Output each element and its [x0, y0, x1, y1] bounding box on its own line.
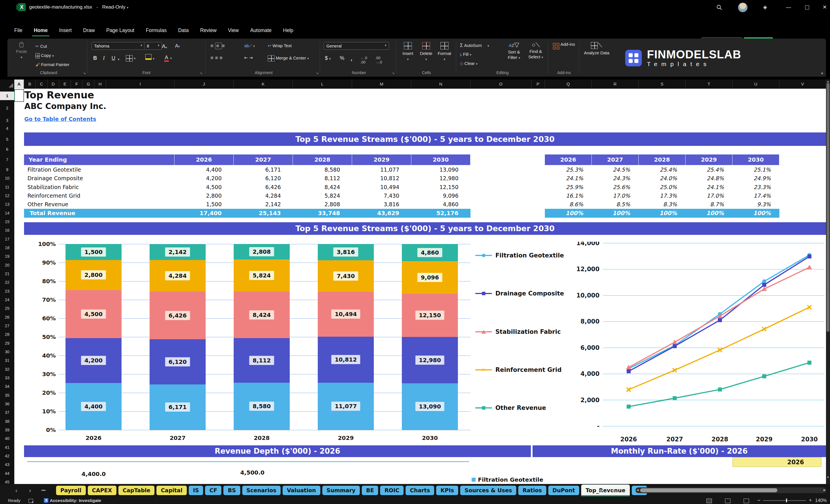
- wrap-text-button[interactable]: ↩ Wrap Text: [268, 43, 292, 48]
- clipboard-dialog-launcher[interactable]: ↘: [83, 71, 86, 75]
- sheet-tab-sources-uses[interactable]: Sources & Uses: [460, 486, 516, 495]
- horizontal-align-buttons[interactable]: ≡≡≡: [211, 55, 224, 61]
- row-header-18[interactable]: 18: [0, 244, 14, 252]
- borders-button[interactable]: ▾: [126, 55, 135, 62]
- italic-button[interactable]: I: [103, 55, 105, 61]
- autosum-button[interactable]: Σ AutoSum ▾: [460, 43, 489, 48]
- column-header-I[interactable]: I: [106, 80, 174, 89]
- increase-decimal-button[interactable]: ←.0.00: [360, 56, 367, 64]
- underline-menu[interactable]: ▾: [118, 56, 120, 61]
- vertical-scrollbar[interactable]: ▲ ▼: [826, 80, 830, 484]
- sheet-tab-dupont[interactable]: DuPont: [548, 486, 579, 495]
- row-header-1[interactable]: 1: [0, 92, 14, 100]
- column-header-L[interactable]: L: [293, 80, 352, 89]
- ribbon-tab-data[interactable]: Data: [172, 25, 194, 37]
- ribbon-tab-draw[interactable]: Draw: [77, 25, 101, 37]
- row-header-37[interactable]: 37: [0, 408, 14, 417]
- grow-font-button[interactable]: A▴: [162, 43, 167, 50]
- column-header-E[interactable]: E: [59, 80, 71, 89]
- ribbon-tab-formulas[interactable]: Formulas: [140, 25, 172, 37]
- row-headers[interactable]: 1234567910111213141516171819202122232425…: [0, 89, 14, 484]
- year-highlight-cell[interactable]: 2026: [732, 457, 822, 467]
- row-header-14[interactable]: 14: [0, 209, 14, 217]
- row-header-41[interactable]: 41: [0, 443, 14, 452]
- macro-record-icon[interactable]: ●: [29, 497, 35, 504]
- sheet-tab-summary[interactable]: Summary: [322, 486, 360, 495]
- row-header-13[interactable]: 13: [0, 200, 14, 209]
- ribbon-tab-help[interactable]: Help: [278, 25, 299, 37]
- row-header-9[interactable]: 9: [0, 165, 14, 174]
- accessibility-status[interactable]: ♿ Accessibility: Investigate: [43, 497, 101, 504]
- sheet-tab-is[interactable]: IS: [189, 486, 203, 495]
- row-header-11[interactable]: 11: [0, 183, 14, 191]
- column-header-J[interactable]: J: [174, 80, 234, 89]
- zoom-in-button[interactable]: +: [809, 497, 812, 504]
- find-select-button[interactable]: ○⟍Find & Select ▾: [526, 41, 546, 60]
- row-header-3[interactable]: 3: [0, 116, 14, 125]
- delete-cells-button[interactable]: Delete▾: [418, 41, 435, 62]
- column-header-M[interactable]: M: [352, 80, 411, 89]
- fill-button[interactable]: ⤓ Fill ▾: [460, 52, 471, 57]
- sheet-tab-capital[interactable]: Capital: [156, 486, 187, 495]
- row-header-10[interactable]: 10: [0, 174, 14, 183]
- analyze-data-button[interactable]: ⟍ Analyze Data: [583, 41, 610, 56]
- row-header-17[interactable]: 17: [0, 235, 14, 244]
- restore-button[interactable]: [801, 0, 813, 14]
- row-header-16[interactable]: 16: [0, 226, 14, 234]
- legend-item-drainage-composite[interactable]: Drainage Composite: [475, 289, 564, 298]
- scroll-right-icon[interactable]: ▸: [823, 488, 825, 492]
- row-header-15[interactable]: 15: [0, 217, 14, 226]
- row-header-5[interactable]: 5: [0, 135, 14, 144]
- sheet-tab-charts[interactable]: Charts: [406, 486, 434, 495]
- row-header-25[interactable]: 25: [0, 304, 14, 313]
- row-header-43[interactable]: 43: [0, 460, 14, 469]
- zoom-slider[interactable]: [763, 500, 806, 501]
- row-header-2[interactable]: 2: [0, 104, 14, 113]
- column-header-V[interactable]: V: [779, 80, 826, 89]
- column-header-O[interactable]: O: [471, 80, 532, 89]
- row-header-40[interactable]: 40: [0, 434, 14, 443]
- column-header-A[interactable]: A: [14, 80, 24, 89]
- zoom-out-button[interactable]: −: [757, 497, 761, 504]
- ribbon-tab-home[interactable]: Home: [28, 25, 54, 37]
- toc-link[interactable]: Go to Table of Contents: [24, 116, 96, 122]
- column-header-G[interactable]: G: [83, 80, 94, 89]
- column-header-K[interactable]: K: [234, 80, 293, 89]
- font-dialog-launcher[interactable]: ↘: [200, 71, 202, 75]
- row-header-12[interactable]: 12: [0, 191, 14, 200]
- row-header-7[interactable]: 7: [0, 155, 14, 164]
- horizontal-scrollbar[interactable]: ◂ ▸: [636, 487, 827, 493]
- new-sheet-button[interactable]: +: [608, 484, 618, 497]
- row-header-20[interactable]: 20: [0, 261, 14, 270]
- row-header-27[interactable]: 27: [0, 321, 14, 330]
- sheet-canvas[interactable]: Top Revenue ABC Company Inc. Go to Table…: [14, 89, 826, 484]
- normal-view-icon[interactable]: [706, 497, 712, 504]
- premium-diamond-icon[interactable]: ◈: [759, 0, 771, 14]
- row-header-26[interactable]: 26: [0, 313, 14, 321]
- format-painter-button[interactable]: 🖌︎ Format Painter: [35, 62, 69, 67]
- row-header-35[interactable]: 35: [0, 391, 14, 400]
- scroll-down-icon[interactable]: ▼: [826, 476, 830, 479]
- scroll-up-icon[interactable]: ▲: [826, 80, 830, 83]
- row-header-29[interactable]: 29: [0, 339, 14, 348]
- column-header-U[interactable]: U: [732, 80, 779, 89]
- font-size-select[interactable]: 8▾: [144, 42, 162, 50]
- page-layout-view-icon[interactable]: [725, 497, 731, 504]
- legend-item-filtration-geotextile[interactable]: Filtration Geotextile: [475, 251, 564, 260]
- row-header-19[interactable]: 19: [0, 252, 14, 260]
- next-sheet-icon[interactable]: ›: [25, 484, 35, 497]
- vertical-scroll-thumb[interactable]: [827, 83, 829, 332]
- row-header-32[interactable]: 32: [0, 365, 14, 374]
- close-button[interactable]: ✕: [820, 0, 830, 14]
- column-header-N[interactable]: N: [411, 80, 471, 89]
- sheet-tab-be[interactable]: BE: [362, 486, 378, 495]
- legend-item-other-revenue[interactable]: Other Revenue: [475, 403, 546, 413]
- sheet-tab-scenarios[interactable]: Scenarios: [242, 486, 281, 495]
- row-header-24[interactable]: 24: [0, 295, 14, 304]
- row-header-36[interactable]: 36: [0, 400, 14, 408]
- column-header-P[interactable]: P: [532, 80, 545, 89]
- row-header-44[interactable]: 44: [0, 469, 14, 478]
- paste-button[interactable]: 📋︎ Paste▾: [12, 41, 30, 60]
- orientation-button[interactable]: ab⟋ ▾: [244, 43, 255, 48]
- more-sheets-icon[interactable]: •••: [38, 484, 49, 497]
